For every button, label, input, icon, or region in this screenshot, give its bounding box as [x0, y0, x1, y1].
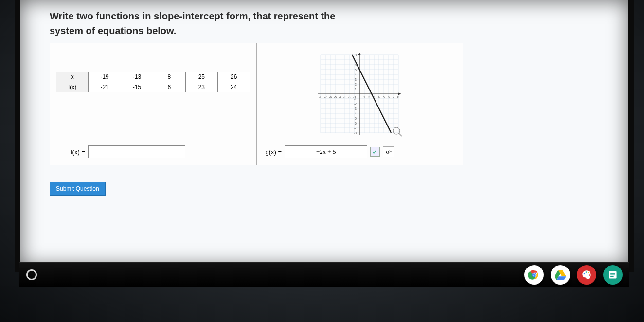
- fx-input-row: f(x) =: [56, 145, 250, 158]
- svg-text:-7: -7: [324, 95, 327, 99]
- svg-text:8: 8: [397, 95, 399, 99]
- svg-text:3: 3: [373, 95, 375, 99]
- cell: 26: [218, 72, 250, 82]
- check-icon: ✓: [370, 147, 380, 157]
- question-prompt: Write two functions in slope-intercept f…: [50, 9, 371, 38]
- magnify-icon[interactable]: [393, 127, 400, 134]
- cell: -21: [89, 82, 121, 92]
- svg-text:1: 1: [355, 88, 357, 91]
- svg-text:6: 6: [355, 63, 357, 67]
- svg-text:-2: -2: [354, 102, 357, 106]
- app-icon[interactable]: [603, 265, 623, 285]
- svg-text:-3: -3: [343, 95, 346, 99]
- svg-text:-6: -6: [329, 95, 332, 99]
- gx-input-row: g(x) = ✓ σα: [263, 145, 457, 158]
- graph-container: -8-7-6-5-4-3-2-1 12345678 12345678 -1-2-…: [263, 48, 457, 138]
- taskbar: [19, 262, 629, 287]
- svg-text:4: 4: [355, 73, 357, 76]
- svg-text:7: 7: [393, 95, 394, 99]
- row-label-fx: f(x): [56, 82, 89, 92]
- paint-icon[interactable]: [577, 265, 596, 285]
- svg-text:8: 8: [355, 54, 357, 57]
- svg-text:-2: -2: [348, 95, 351, 99]
- svg-line-68: [399, 133, 402, 136]
- svg-point-79: [589, 274, 590, 276]
- svg-text:5: 5: [383, 95, 385, 99]
- cell: -13: [121, 72, 153, 82]
- svg-text:-4: -4: [354, 112, 357, 115]
- fx-label: f(x) =: [56, 148, 85, 156]
- svg-point-72: [533, 274, 535, 276]
- app-screen: Write two functions in slope-intercept f…: [15, 0, 634, 272]
- table-row: x -19 -13 8 25 26: [56, 72, 250, 82]
- svg-text:5: 5: [355, 68, 357, 72]
- table-row: f(x) -21 -15 6 23 24: [56, 82, 250, 92]
- question-panel: x -19 -13 8 25 26 f(x) -21 -15 6 23 24 f: [50, 43, 463, 165]
- svg-text:-5: -5: [354, 117, 357, 120]
- svg-text:-4: -4: [339, 95, 341, 99]
- svg-text:7: 7: [355, 58, 357, 62]
- function-table: x -19 -13 8 25 26 f(x) -21 -15 6 23 24: [56, 72, 250, 92]
- svg-text:2: 2: [368, 95, 370, 99]
- row-label-x: x: [56, 72, 89, 82]
- gx-input[interactable]: [285, 145, 367, 158]
- cell: 23: [185, 82, 217, 92]
- svg-text:-8: -8: [354, 131, 357, 135]
- svg-rect-82: [610, 274, 615, 275]
- svg-text:3: 3: [355, 78, 357, 81]
- table-panel: x -19 -13 8 25 26 f(x) -21 -15 6 23 24 f: [50, 43, 257, 165]
- cell: -15: [121, 82, 153, 92]
- math-editor-button[interactable]: σα: [383, 146, 394, 157]
- svg-text:-7: -7: [354, 126, 357, 130]
- svg-text:-8: -8: [319, 95, 322, 99]
- svg-point-78: [588, 272, 589, 273]
- launcher-icon[interactable]: [26, 269, 37, 280]
- svg-text:6: 6: [388, 95, 390, 99]
- coordinate-graph: -8-7-6-5-4-3-2-1 12345678 12345678 -1-2-…: [308, 50, 411, 138]
- svg-point-77: [586, 271, 587, 273]
- svg-rect-81: [610, 273, 615, 274]
- cell: 8: [153, 72, 185, 82]
- svg-text:-1: -1: [354, 97, 357, 101]
- svg-text:2: 2: [355, 83, 357, 86]
- svg-text:1: 1: [363, 95, 365, 99]
- cell: -19: [89, 72, 121, 82]
- prompt-line-2: system of equations below.: [50, 25, 176, 36]
- prompt-line-1: Write two functions in slope-intercept f…: [50, 11, 335, 21]
- chrome-icon[interactable]: [524, 265, 544, 285]
- svg-rect-83: [610, 276, 614, 277]
- svg-marker-34: [398, 93, 401, 95]
- submit-question-button[interactable]: Submit Question: [50, 182, 106, 196]
- cell: 25: [185, 72, 217, 82]
- graph-panel: -8-7-6-5-4-3-2-1 12345678 12345678 -1-2-…: [257, 43, 463, 165]
- svg-text:-6: -6: [354, 122, 357, 125]
- google-drive-icon[interactable]: [551, 265, 570, 285]
- svg-marker-35: [358, 53, 361, 55]
- cell: 6: [153, 82, 185, 92]
- cell: 24: [218, 82, 250, 92]
- svg-point-76: [584, 273, 585, 274]
- gx-label: g(x) =: [266, 148, 282, 156]
- fx-input[interactable]: [88, 145, 185, 158]
- svg-text:4: 4: [378, 95, 380, 99]
- graph-svg: -8-7-6-5-4-3-2-1 12345678 12345678 -1-2-…: [308, 50, 411, 138]
- svg-text:-5: -5: [334, 95, 337, 99]
- svg-text:-3: -3: [354, 107, 357, 110]
